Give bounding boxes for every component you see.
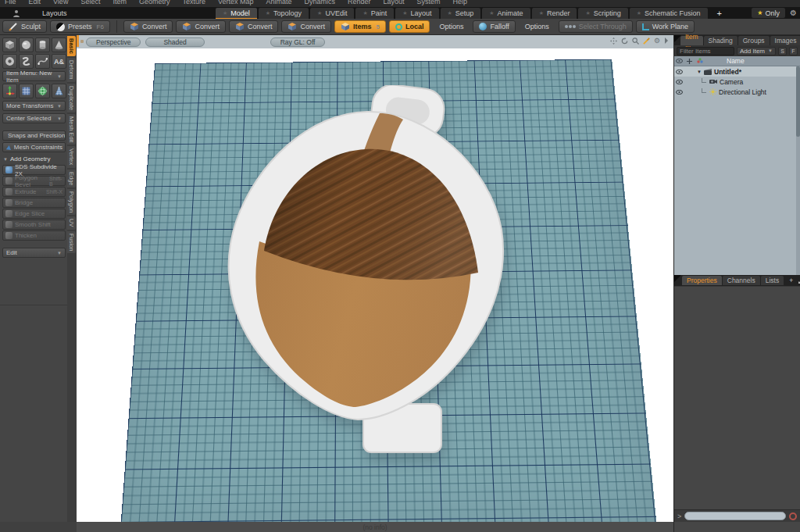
visibility-toggle[interactable]	[674, 70, 684, 74]
center-selected-dropdown[interactable]: Center Selected ▼	[2, 113, 66, 123]
panel-corner-grip[interactable]	[674, 275, 681, 282]
menu-texture[interactable]: Texture	[182, 0, 205, 5]
move-tool-button[interactable]	[2, 84, 17, 98]
vtab-deform[interactable]: Deform	[67, 58, 76, 82]
menu-render[interactable]: Render	[348, 0, 371, 5]
menu-select[interactable]: Select	[80, 0, 100, 5]
vtab-mesh-edit[interactable]: Mesh Edit	[67, 114, 76, 145]
cube-primitive-button[interactable]	[2, 37, 17, 52]
rotate-icon[interactable]	[621, 37, 628, 45]
layouts-label[interactable]: Layouts	[42, 9, 67, 17]
presets-button[interactable]: Presets F6	[50, 20, 110, 33]
only-button[interactable]: ★ Only	[752, 8, 785, 18]
edit-dropdown[interactable]: Edit ▼	[2, 248, 66, 258]
falloff-button[interactable]: Falloff	[473, 20, 515, 33]
layout-tab-uvedit[interactable]: ★ UVEdit	[310, 8, 354, 19]
select-through-button[interactable]: Select Through	[559, 20, 633, 33]
3d-viewport[interactable]: Perspective Shaded Ray GL: Off ⚙	[77, 35, 673, 522]
menu-file[interactable]: File	[5, 0, 16, 5]
menu-geometry[interactable]: Geometry	[139, 0, 170, 5]
layout-tab-topology[interactable]: ★ Topology	[259, 8, 309, 19]
item-menu-dropdown[interactable]: Item Menu: New Item ▼	[2, 71, 66, 81]
curve-tool-button[interactable]	[35, 54, 50, 69]
convert-edges-button[interactable]: Convert	[176, 20, 226, 33]
tree-expand-caret[interactable]: ▼	[697, 70, 703, 74]
torus-primitive-button[interactable]	[2, 54, 17, 69]
camera-item-row[interactable]: Camera	[674, 77, 800, 87]
directional-light-item-row[interactable]: Directional Light	[674, 87, 800, 97]
local-action-center-button[interactable]: Local	[389, 20, 430, 33]
tab-properties[interactable]: Properties	[682, 276, 722, 285]
tab-shading[interactable]: Shading	[704, 36, 738, 45]
acorn-cookie-cutter-model[interactable]	[219, 85, 520, 456]
action-center-options-button[interactable]: Options	[433, 20, 470, 33]
tab-channels[interactable]: Channels	[723, 276, 760, 285]
mesh-cone-button[interactable]	[52, 84, 66, 98]
scopes-button[interactable]: S	[778, 47, 787, 55]
text-tool-button[interactable]: A&	[52, 54, 66, 69]
vtab-polygon[interactable]: Polygon	[67, 189, 76, 215]
lock-column-header[interactable]	[684, 59, 695, 64]
helix-primitive-button[interactable]	[19, 54, 34, 69]
layout-tab-animate[interactable]: ★ Animate	[482, 8, 530, 19]
viewport-tab-raygl[interactable]: Ray GL: Off	[270, 37, 326, 47]
convert-vertices-button[interactable]: Convert	[123, 20, 173, 33]
viewport-tab-shaded[interactable]: Shaded	[145, 37, 204, 47]
zoom-icon[interactable]	[632, 37, 639, 45]
vtab-vertex[interactable]: Vertex	[67, 146, 76, 167]
menu-edit[interactable]: Edit	[29, 0, 41, 5]
menu-dynamics[interactable]: Dynamics	[305, 0, 336, 5]
wire-sphere-button[interactable]	[35, 84, 50, 98]
command-input[interactable]	[684, 512, 786, 520]
filter-button[interactable]: F	[789, 47, 798, 55]
bridge-button[interactable]: Bridge	[2, 198, 66, 208]
panel-corner-grip[interactable]	[674, 35, 681, 42]
add-layout-tab-button[interactable]: +	[709, 8, 730, 19]
menu-layout[interactable]: Layout	[384, 0, 405, 5]
layout-tab-scripting[interactable]: ★ Scripting	[578, 8, 627, 19]
viewport-gear-icon[interactable]: ⚙	[654, 37, 660, 45]
work-plane-button[interactable]: Work Plane	[636, 20, 695, 33]
render-column-header[interactable]	[695, 58, 705, 64]
grid-cube-button[interactable]	[19, 84, 34, 98]
scene-item-row[interactable]: ▼ Untitled*	[674, 66, 800, 77]
convert-materials-button[interactable]: Convert	[281, 20, 331, 33]
polygon-bevel-button[interactable]: Polygon Bevel Shift-B	[2, 176, 66, 186]
menu-help[interactable]: Help	[453, 0, 468, 5]
viewport-expand-icon[interactable]	[664, 37, 669, 44]
viewport-tab-perspective[interactable]: Perspective	[86, 37, 141, 47]
item-list-scrollbar[interactable]	[796, 66, 800, 275]
menu-view[interactable]: View	[53, 0, 68, 5]
add-item-dropdown[interactable]: Add Item ▼	[737, 47, 776, 55]
tab-lists[interactable]: Lists	[761, 276, 784, 285]
sphere-primitive-button[interactable]	[19, 37, 34, 52]
person-icon[interactable]	[12, 9, 20, 17]
menu-item[interactable]: Item	[112, 0, 127, 5]
extrude-button[interactable]: Extrude Shift-X	[2, 187, 66, 197]
layout-tab-schematic-fusion[interactable]: ★ Schematic Fusion	[630, 8, 708, 19]
cone-primitive-button[interactable]	[52, 37, 66, 52]
layout-tab-setup[interactable]: ★ Setup	[441, 8, 481, 19]
edge-slice-button[interactable]: Edge Slice	[2, 209, 66, 219]
visibility-toggle[interactable]	[674, 90, 684, 95]
menu-vertex-map[interactable]: Vertex Map	[218, 0, 254, 5]
snaps-and-precision-button[interactable]: Snaps and Precision	[2, 130, 66, 141]
falloff-options-button[interactable]: Options	[519, 20, 555, 33]
thicken-button[interactable]: Thicken	[2, 230, 66, 241]
tab-images[interactable]: Images	[770, 36, 800, 45]
cylinder-primitive-button[interactable]	[35, 37, 50, 52]
tab-groups[interactable]: Groups	[738, 36, 770, 45]
tab-item-list[interactable]: Item ...	[680, 36, 703, 45]
smooth-shift-button[interactable]: Smooth Shift	[2, 220, 66, 230]
vtab-basic[interactable]: Basic	[67, 36, 76, 56]
convert-polygons-button[interactable]: Convert	[229, 20, 279, 33]
visibility-column-header[interactable]	[674, 59, 684, 63]
gear-icon[interactable]: ⚙	[790, 9, 797, 17]
more-transforms-dropdown[interactable]: More Transforms ▼	[2, 101, 66, 111]
menu-animate[interactable]: Animate	[266, 0, 291, 5]
vtab-duplicate[interactable]: Duplicate	[67, 84, 76, 112]
layout-tab-paint[interactable]: ★ Paint	[355, 8, 394, 19]
layout-tab-model[interactable]: ★ Model	[216, 8, 257, 19]
pen-tool-icon[interactable]	[643, 37, 650, 45]
visibility-toggle[interactable]	[674, 80, 684, 84]
